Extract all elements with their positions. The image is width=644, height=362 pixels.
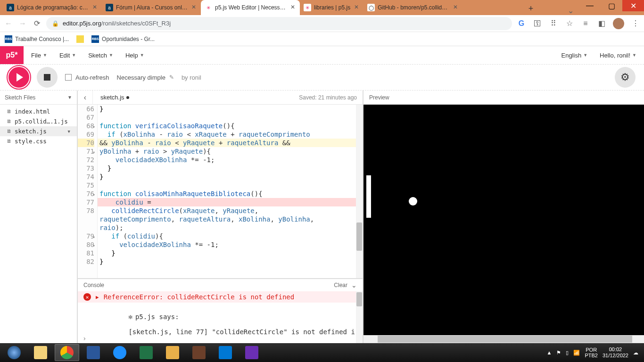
- settings-button[interactable]: ⚙: [615, 67, 636, 88]
- translate-icon[interactable]: ⠿: [549, 19, 558, 28]
- url-input[interactable]: 🔒 editor.p5js.org/ronil/sketches/c0SFt_R…: [46, 17, 512, 30]
- close-tab-icon[interactable]: ✕: [353, 4, 360, 11]
- tray-expand-icon[interactable]: ▲: [547, 350, 552, 355]
- reading-list-icon[interactable]: ≡: [581, 19, 590, 28]
- play-button[interactable]: [8, 67, 29, 88]
- close-tab-icon[interactable]: ✕: [289, 4, 296, 11]
- taskbar-vivo[interactable]: [239, 344, 264, 361]
- system-tray[interactable]: ▲ ⚑ ▯ 📶 PORPTB2 00:0231/12/2022 ☁: [543, 346, 642, 359]
- side-panel-icon[interactable]: ◧: [597, 19, 606, 28]
- back-button[interactable]: ←: [4, 19, 13, 28]
- new-tab-button[interactable]: +: [524, 2, 537, 15]
- browser-tab[interactable]: ◯GitHub - bmoren/p5.collide2D✕: [363, 0, 462, 15]
- menu-file[interactable]: File▼: [31, 52, 47, 59]
- tray-weather-icon[interactable]: ☁: [633, 350, 638, 356]
- bookmark-star-icon[interactable]: ☆: [565, 19, 574, 28]
- bookmark-item[interactable]: [76, 35, 84, 43]
- file-item[interactable]: 🗎sketch.js▼: [0, 126, 77, 136]
- code-area[interactable]: }function verificaColisaoRaquete(){ if (…: [98, 105, 363, 278]
- p5-logo[interactable]: p5*: [0, 46, 24, 64]
- gear-icon: ✻: [128, 313, 132, 321]
- maximize-button[interactable]: ▢: [601, 0, 622, 11]
- taskbar-ie[interactable]: [107, 344, 132, 361]
- file-tab[interactable]: sketch.js: [93, 94, 137, 101]
- checkbox-icon[interactable]: [65, 74, 72, 81]
- stop-button[interactable]: [37, 67, 58, 88]
- chevron-down-icon[interactable]: ⌄: [566, 6, 575, 15]
- code-editor[interactable]: 666768▾697071▾7273747576▾777879▾80▾8182 …: [78, 105, 363, 278]
- file-name: style.css: [15, 138, 47, 145]
- close-tab-icon[interactable]: ✕: [190, 4, 197, 11]
- forward-button[interactable]: →: [18, 19, 27, 28]
- browser-tab[interactable]: ✳libraries | p5.js✕: [300, 0, 363, 15]
- file-icon: 🗎: [7, 128, 12, 134]
- sketch-name[interactable]: Necessary dimple ✎: [117, 74, 174, 81]
- taskbar-word[interactable]: [81, 344, 106, 361]
- addr-right-icons: G ⚿ ⠿ ☆ ≡ ◧ ⋮: [517, 18, 640, 29]
- chevron-down-icon[interactable]: ▼: [68, 129, 70, 134]
- console-scrollbar[interactable]: [356, 291, 363, 343]
- favicon-icon: ✳: [304, 4, 311, 11]
- file-name: index.html: [15, 108, 50, 115]
- collapse-sidebar-button[interactable]: ‹: [78, 90, 93, 105]
- reload-button[interactable]: ⟳: [32, 19, 41, 28]
- pencil-icon[interactable]: ✎: [169, 74, 174, 81]
- file-item[interactable]: 🗎style.css: [0, 136, 77, 146]
- console-clear-button[interactable]: Clear: [334, 282, 347, 288]
- scrollbar-thumb[interactable]: [356, 222, 362, 251]
- tray-clock[interactable]: 00:0231/12/2022: [603, 346, 628, 359]
- browser-tab[interactable]: aFórum | Alura - Cursos online d✕: [102, 0, 201, 15]
- tray-language[interactable]: PORPTB2: [585, 347, 598, 358]
- tab-title: Lógica de programação: come: [17, 4, 89, 11]
- scrollbar-thumb[interactable]: [356, 292, 362, 306]
- browser-tab[interactable]: ✳p5.js Web Editor | Necessary di✕: [201, 0, 300, 15]
- scrollbar-thumb[interactable]: [378, 336, 632, 343]
- taskbar-excel[interactable]: [134, 344, 158, 361]
- file-list: 🗎index.html🗎p5.collid….1.js🗎sketch.js▼🗎s…: [0, 105, 77, 148]
- expand-triangle-icon[interactable]: ▶: [96, 294, 99, 300]
- p5-menu-bar: p5* File▼ Edit▼ Sketch▼ Help▼ English▼ H…: [0, 46, 644, 64]
- error-message: ReferenceError: collideRectCircle is not…: [104, 293, 295, 301]
- taskbar-winrar[interactable]: [187, 344, 211, 361]
- close-tab-icon[interactable]: ✕: [91, 4, 98, 11]
- kebab-menu-icon[interactable]: ⋮: [631, 19, 640, 28]
- console-title: Console: [83, 282, 104, 288]
- vertical-scrollbar[interactable]: [356, 105, 363, 278]
- file-item[interactable]: 🗎p5.collid….1.js: [0, 116, 77, 126]
- taskbar-explorer[interactable]: [28, 344, 53, 361]
- menu-sketch[interactable]: Sketch▼: [88, 52, 113, 59]
- close-tab-icon[interactable]: ✕: [452, 4, 459, 11]
- tray-flag-icon[interactable]: ⚑: [556, 350, 561, 356]
- bookmark-item[interactable]: RBSOportunidades - Gr...: [91, 35, 155, 43]
- line-gutter: 666768▾697071▾7273747576▾777879▾80▾8182: [78, 105, 98, 278]
- chevron-down-icon[interactable]: ▼: [67, 95, 72, 100]
- auto-refresh-toggle[interactable]: Auto-refresh: [65, 74, 109, 81]
- bookmark-item[interactable]: RBSTrabalhe Conosco |...: [5, 35, 69, 43]
- profile-avatar[interactable]: [613, 18, 624, 29]
- taskbar-vscode[interactable]: [213, 344, 238, 361]
- file-icon: 🗎: [7, 118, 12, 124]
- start-button[interactable]: [2, 344, 26, 361]
- browser-tab[interactable]: aLógica de programação: come✕: [3, 0, 102, 15]
- stop-icon: [44, 74, 50, 81]
- paddle-shape: [366, 175, 371, 218]
- menu-help[interactable]: Help▼: [125, 52, 144, 59]
- taskbar-chrome[interactable]: [55, 344, 79, 361]
- minimize-button[interactable]: —: [579, 0, 601, 11]
- close-window-button[interactable]: ✕: [622, 0, 644, 11]
- tray-network-icon[interactable]: 📶: [573, 350, 580, 356]
- taskbar-paint[interactable]: [160, 344, 185, 361]
- google-icon[interactable]: G: [517, 19, 526, 28]
- horizontal-scrollbar[interactable]: [363, 335, 644, 343]
- file-item[interactable]: 🗎index.html: [0, 107, 77, 116]
- menu-edit[interactable]: Edit▼: [59, 52, 76, 59]
- chevron-down-icon[interactable]: ⌄: [351, 281, 357, 289]
- window-controls: — ▢ ✕: [579, 0, 644, 11]
- play-icon: [17, 73, 23, 82]
- language-selector[interactable]: English▼: [561, 52, 587, 59]
- key-icon[interactable]: ⚿: [533, 19, 542, 28]
- account-menu[interactable]: Hello, ronil!▼: [600, 52, 636, 59]
- favicon-icon: a: [106, 4, 113, 11]
- url-text: editor.p5js.org/ronil/sketches/c0SFt_R3j: [63, 20, 171, 27]
- tray-battery-icon[interactable]: ▯: [566, 350, 569, 356]
